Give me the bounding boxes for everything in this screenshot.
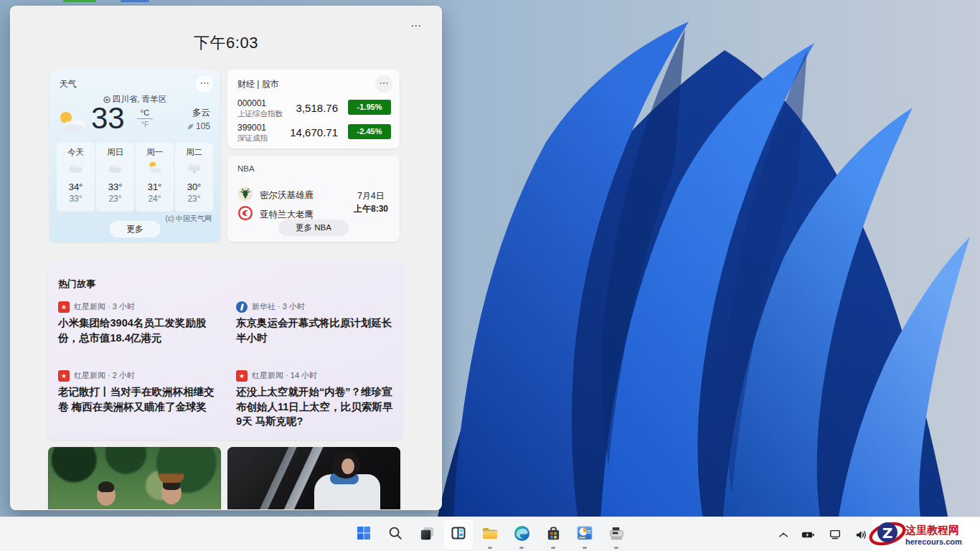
story-source: ★ 红星新闻 · 14 小时 bbox=[236, 369, 397, 382]
story-headline[interactable]: 老记散打丨当对手在欧洲杯相继交卷 梅西在美洲杯又瞄准了金球奖 bbox=[58, 385, 223, 414]
windows-start-icon bbox=[355, 524, 372, 545]
screen-edge-artifact-green bbox=[63, 0, 96, 2]
redstar-news-icon: ★ bbox=[58, 370, 70, 382]
story-headline[interactable]: 还没上太空就开始“内卷”？维珍宣布创始人11日上太空，比贝索斯早9天 马斯克呢? bbox=[236, 385, 397, 429]
weather-condition: 多云 bbox=[192, 107, 210, 119]
weather-card[interactable]: 天气 ⋯ 四川省, 青羊区 33 °C °F 多云 105 今天 bbox=[50, 70, 220, 242]
site-watermark: Z 这里教程网 herecours.com bbox=[872, 517, 980, 551]
story-item[interactable]: ★ 红星新闻 · 3 小时 小米集团给3904名员工发奖励股份，总市值18.4亿… bbox=[58, 301, 223, 345]
printer-app-button[interactable] bbox=[600, 519, 632, 550]
widgets-button[interactable] bbox=[443, 519, 474, 550]
hot-stories-title: 热门故事 bbox=[58, 278, 95, 291]
photo-person-face bbox=[341, 458, 354, 474]
story-item[interactable]: ★ 红星新闻 · 14 小时 还没上太空就开始“内卷”？维珍宣布创始人11日上太… bbox=[236, 369, 397, 429]
weather-forecast: 今天 34° 33° 周日 33° 23° 周一 31° 24° bbox=[57, 143, 213, 212]
stock-change-badge: -1.95% bbox=[348, 100, 391, 115]
xinhua-news-icon bbox=[236, 301, 248, 313]
nba-title: NBA bbox=[237, 164, 255, 173]
battery-icon[interactable] bbox=[798, 527, 819, 542]
widgets-icon bbox=[450, 524, 467, 545]
search-button[interactable] bbox=[380, 519, 411, 550]
photo-person bbox=[161, 481, 182, 504]
stock-change-badge: -2.45% bbox=[348, 124, 391, 139]
forecast-day-0: 今天 34° 33° bbox=[57, 143, 95, 212]
network-icon[interactable] bbox=[826, 527, 844, 542]
task-view-icon bbox=[419, 525, 435, 545]
taskbar-center-icons bbox=[348, 517, 632, 551]
weather-location: 四川省, 青羊区 bbox=[50, 94, 220, 105]
unit-fahrenheit[interactable]: °F bbox=[137, 119, 153, 128]
story-headline[interactable]: 小米集团给3904名员工发奖励股份，总市值18.4亿港元 bbox=[58, 316, 223, 345]
edge-icon bbox=[514, 525, 530, 545]
watermark-logo-icon: Z bbox=[868, 517, 907, 551]
cloudy-icon bbox=[96, 161, 134, 179]
file-explorer-icon bbox=[481, 524, 499, 545]
forecast-day-3: 周二 30° 23° bbox=[175, 143, 213, 212]
search-icon bbox=[387, 525, 403, 544]
store-icon bbox=[545, 525, 562, 545]
store-button[interactable] bbox=[537, 519, 569, 550]
nba-game-time: 7月4日 上午8:30 bbox=[354, 190, 388, 215]
running-indicator bbox=[488, 547, 492, 549]
stock-value: 3,518.76 bbox=[296, 102, 338, 114]
weather-menu-button[interactable]: ⋯ bbox=[196, 75, 213, 93]
forecast-day-1: 周日 33° 23° bbox=[96, 143, 134, 212]
redstar-news-icon: ★ bbox=[236, 370, 248, 382]
nba-team-row: 密尔沃基雄鹿 bbox=[237, 187, 314, 203]
hawks-logo-icon bbox=[237, 205, 253, 224]
running-indicator bbox=[551, 547, 555, 549]
rain-icon bbox=[175, 161, 213, 179]
task-view-button[interactable] bbox=[411, 519, 443, 550]
running-indicator bbox=[614, 547, 618, 549]
running-indicator bbox=[583, 547, 587, 549]
stock-code: 000001 bbox=[237, 98, 266, 108]
stock-code: 399001 bbox=[237, 123, 266, 133]
story-item[interactable]: ★ 红星新闻 · 2 小时 老记散打丨当对手在欧洲杯相继交卷 梅西在美洲杯又瞄准… bbox=[58, 369, 223, 414]
story-item[interactable]: 新华社 · 3 小时 东京奥运会开幕式将比原计划延长半小时 bbox=[236, 301, 394, 345]
file-explorer-button[interactable] bbox=[474, 519, 506, 550]
bucks-logo-icon bbox=[237, 186, 253, 204]
panel-time: 下午6:03 bbox=[11, 32, 441, 54]
finance-menu-button[interactable]: ⋯ bbox=[375, 75, 392, 93]
nba-more-button[interactable]: 更多 NBA bbox=[278, 220, 349, 236]
system-tray bbox=[776, 517, 871, 551]
nba-team-name: 亚特兰大老鹰 bbox=[260, 209, 314, 221]
finance-row[interactable]: 399001 深证成指 14,670.71 -2.45% bbox=[237, 123, 391, 146]
unit-toggle[interactable]: °C °F bbox=[137, 108, 153, 128]
weather-temperature: 33 bbox=[91, 101, 125, 136]
watermark-domain: herecours.com bbox=[905, 537, 962, 546]
sun-cloud-icon bbox=[57, 110, 90, 137]
finance-card[interactable]: 财经 | 股市 ⋯ 000001 上证综合指数 3,518.76 -1.95% … bbox=[227, 70, 400, 149]
weather-copyright: (c) 中国天气网 bbox=[166, 214, 212, 224]
story-source: ★ 红星新闻 · 3 小时 bbox=[58, 301, 223, 313]
partition-tool-button[interactable] bbox=[569, 519, 600, 550]
printer-icon bbox=[608, 525, 625, 545]
unit-celsius[interactable]: °C bbox=[137, 108, 153, 119]
desktop: 下午6:03 ⋯ 天气 ⋯ 四川省, 青羊区 33 °C °F 多云 105 bbox=[0, 0, 980, 551]
story-headline[interactable]: 东京奥运会开幕式将比原计划延长半小时 bbox=[236, 316, 394, 345]
cloudy-icon bbox=[57, 161, 95, 179]
photo-trees bbox=[48, 447, 221, 510]
aqi-leaf-icon bbox=[187, 121, 196, 131]
svg-text:Z: Z bbox=[882, 524, 893, 542]
story-source: 新华社 · 3 小时 bbox=[236, 301, 394, 313]
photo-news-card[interactable] bbox=[227, 447, 400, 510]
finance-row[interactable]: 000001 上证综合指数 3,518.76 -1.95% bbox=[237, 98, 391, 121]
edge-button[interactable] bbox=[506, 519, 537, 550]
redstar-news-icon: ★ bbox=[58, 301, 70, 313]
partition-tool-icon bbox=[576, 524, 593, 545]
panel-menu-button[interactable]: ⋯ bbox=[406, 19, 425, 32]
forecast-day-2: 周一 31° 24° bbox=[136, 143, 174, 212]
weather-more-button[interactable]: 更多 bbox=[110, 221, 161, 237]
weather-aqi: 105 bbox=[187, 121, 210, 131]
hot-stories-card: 热门故事 ★ 红星新闻 · 3 小时 小米集团给3904名员工发奖励股份，总市值… bbox=[48, 262, 402, 440]
nba-card[interactable]: NBA 密尔沃基雄鹿 亚特兰大老鹰 7月4日 上午8:30 更多 NBA bbox=[227, 156, 400, 242]
start-button[interactable] bbox=[348, 519, 380, 550]
photo-person bbox=[97, 484, 116, 506]
stock-name: 深证成指 bbox=[237, 133, 268, 143]
photo-news-card[interactable] bbox=[48, 447, 221, 510]
story-source: ★ 红星新闻 · 2 小时 bbox=[58, 369, 223, 382]
screen-edge-artifact-blue bbox=[121, 0, 149, 2]
photo-bowl bbox=[159, 473, 184, 483]
tray-chevron-up-icon[interactable] bbox=[776, 529, 791, 541]
